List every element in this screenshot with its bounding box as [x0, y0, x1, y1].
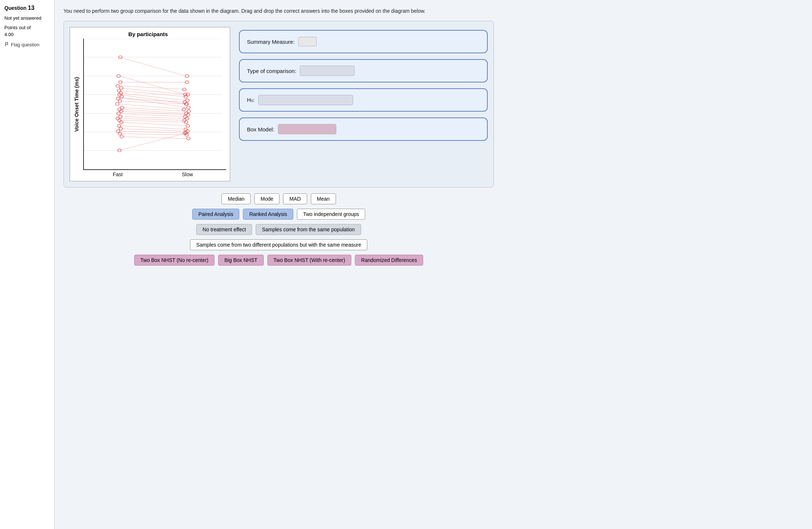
token-mad[interactable]: MAD — [283, 193, 307, 204]
svg-line-31 — [120, 117, 186, 119]
token-two-independent[interactable]: Two independent groups — [297, 209, 365, 220]
type-comparison-label: Type of comparison: — [247, 68, 296, 74]
token-paired-analysis[interactable]: Paired Analysis — [192, 209, 240, 220]
tokens-area: Median Mode MAD Mean Paired Analysis Ran… — [63, 193, 494, 266]
svg-line-37 — [120, 131, 186, 133]
flag-question[interactable]: Flag question — [4, 41, 50, 49]
summary-measure-box: Summary Measure: — [239, 30, 488, 53]
box-model-label: Box Model: — [247, 126, 274, 132]
y-axis-label: Voice Onset Time (ms) — [70, 39, 83, 170]
svg-line-26 — [120, 104, 186, 109]
token-row-4: Samples come from two different populati… — [190, 239, 367, 250]
svg-line-35 — [120, 126, 186, 130]
token-row-5: Two Box NHST (No re-center) Big Box NHST… — [134, 255, 423, 266]
x-label-slow: Slow — [182, 171, 193, 177]
instruction-text: You need to perform two group comparison… — [63, 7, 446, 15]
svg-line-40 — [120, 133, 186, 151]
chart-area: By participants Voice Onset Time (ms) — [70, 27, 230, 181]
svg-line-38 — [120, 134, 186, 135]
svg-line-27 — [120, 108, 186, 111]
svg-line-29 — [120, 111, 186, 115]
chart-plot: 10 15 20 25 30 35 40 45 — [83, 39, 226, 170]
token-two-box-no-recenter[interactable]: Two Box NHST (No re-center) — [134, 255, 214, 266]
svg-line-18 — [120, 76, 186, 94]
points-label: Points out of 4.00 — [4, 24, 50, 38]
svg-line-30 — [120, 113, 186, 117]
token-ranked-analysis[interactable]: Ranked Analysis — [243, 209, 293, 220]
svg-line-33 — [120, 120, 186, 122]
summary-measure-label: Summary Measure: — [247, 39, 295, 45]
svg-line-36 — [120, 129, 186, 131]
token-same-population[interactable]: Samples come from the same population — [256, 224, 361, 235]
not-yet-answered: Not yet answered — [4, 15, 50, 22]
type-comparison-box: Type of comparison: — [239, 59, 488, 82]
token-row-3: No treatment effect Samples come from th… — [196, 224, 361, 235]
svg-point-91 — [187, 137, 190, 140]
main-content: You need to perform two group comparison… — [55, 0, 812, 529]
h0-box: H₀: — [239, 88, 488, 112]
token-big-box-nhst[interactable]: Big Box NHST — [218, 255, 263, 266]
token-mean[interactable]: Mean — [311, 193, 336, 204]
token-median[interactable]: Median — [221, 193, 251, 204]
h0-label: H₀: — [247, 97, 255, 103]
sidebar: Question 13 Not yet answered Points out … — [0, 0, 55, 529]
token-row-2: Paired Analysis Ranked Analysis Two inde… — [192, 209, 366, 220]
svg-line-41 — [120, 57, 186, 76]
box-model-box: Box Model: — [239, 117, 488, 141]
type-comparison-slot[interactable] — [300, 66, 355, 76]
box-model-slot[interactable] — [278, 124, 336, 134]
token-row-1: Median Mode MAD Mean — [221, 193, 336, 204]
right-panel: Summary Measure: Type of comparison: H₀:… — [239, 27, 488, 181]
token-no-treatment[interactable]: No treatment effect — [196, 224, 252, 235]
token-mode[interactable]: Mode — [254, 193, 279, 204]
svg-line-28 — [120, 109, 186, 113]
x-label-fast: Fast — [113, 171, 123, 177]
svg-point-46 — [116, 84, 120, 87]
svg-point-69 — [187, 106, 190, 109]
svg-line-32 — [120, 119, 186, 120]
summary-measure-slot[interactable] — [298, 37, 317, 46]
chart-title: By participants — [70, 31, 226, 37]
token-two-diff-populations[interactable]: Samples come from two different populati… — [190, 239, 367, 250]
token-randomized-diff[interactable]: Randomized Differences — [355, 255, 423, 266]
question-label: Question 13 — [4, 4, 50, 12]
svg-point-43 — [120, 95, 124, 98]
flag-icon — [4, 42, 9, 47]
svg-point-86 — [186, 124, 190, 127]
diagram-container: By participants Voice Onset Time (ms) — [63, 21, 494, 188]
svg-line-39 — [120, 137, 186, 139]
svg-point-52 — [116, 103, 119, 105]
h0-slot[interactable] — [258, 95, 353, 105]
x-axis-labels: Fast Slow — [70, 171, 226, 177]
svg-line-34 — [120, 122, 186, 126]
token-two-box-recenter[interactable]: Two Box NHST (With re-center) — [267, 255, 352, 266]
svg-line-17 — [120, 97, 186, 108]
chart-svg: 10 15 20 25 30 35 40 45 — [84, 39, 226, 169]
